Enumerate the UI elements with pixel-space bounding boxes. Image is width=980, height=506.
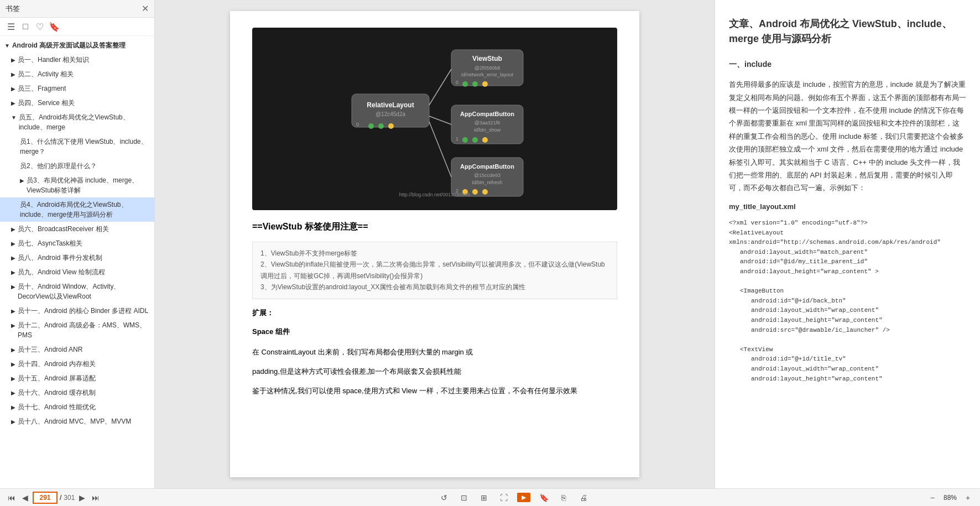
rotate-icon[interactable]: ↺ xyxy=(437,491,451,504)
tree-item-label: 员十一、Android 的核心 Binder 多进程 AIDL xyxy=(18,306,150,316)
right-filename: my_title_layout.xml xyxy=(729,200,966,213)
tree-item-label: 员十、Android Window、Activity、DecorView以及Vi… xyxy=(18,281,150,301)
sidebar-tree-item[interactable]: ▶员一、Handler 相关知识 xyxy=(0,53,154,67)
toolbar-icon-3[interactable]: ♡ xyxy=(34,21,45,32)
tree-item-label: 员九、Android View 绘制流程 xyxy=(18,267,150,277)
sidebar-tree-item[interactable]: ▶员六、BroadcastReceiver 相关 xyxy=(0,222,154,236)
sidebar-tree-item[interactable]: ▼Android 高级开发面试题以及答案整理 xyxy=(0,38,154,53)
space-section: Space 组件 xyxy=(252,327,617,337)
code-line: android:id="@+id/title_tv" xyxy=(729,354,966,364)
svg-point-14 xyxy=(472,81,478,87)
sidebar-tree-item[interactable]: 员1、什么情况下使用 ViewStub、include、merge？ xyxy=(0,134,154,159)
sidebar-tree-item[interactable]: 员4、Android布局优化之ViewStub、include、merge使用与… xyxy=(0,197,154,222)
sidebar-tree-item[interactable]: ▼员五、Android布局优化之ViewStub、include、merge xyxy=(0,110,154,134)
play-button[interactable]: ▶ xyxy=(517,493,530,502)
main-container: 书签 ✕ ☰ □ ♡ 🔖 ▼Android 高级开发面试题以及答案整理▶员一、H… xyxy=(0,0,980,488)
right-title: 文章、Android 布局优化之 ViewStub、include、merge … xyxy=(729,17,966,46)
svg-text:0: 0 xyxy=(356,122,359,127)
code-block: <?xml version="1.0" encoding="utf-8"?><R… xyxy=(729,218,966,384)
tree-item-label: 员二、Activity 相关 xyxy=(18,69,150,79)
sidebar-tree-item[interactable]: ▶员七、AsyncTask相关 xyxy=(0,236,154,251)
sidebar-tree-item[interactable]: ▶员十四、Android 内存相关 xyxy=(0,357,154,371)
tree-arrow-icon: ▶ xyxy=(11,374,15,383)
tree-item-label: 员十六、Android 缓存机制 xyxy=(18,388,150,398)
svg-text:id/btn_refresh: id/btn_refresh xyxy=(472,180,502,185)
code-line: android:layout_height="wrap_content" xyxy=(729,374,966,384)
code-line: <ImageButton xyxy=(729,286,966,296)
print-icon[interactable]: 🖨 xyxy=(577,491,590,504)
tree-item-label: 员十二、Android 高级必备：AMS、WMS、PMS xyxy=(18,320,150,340)
sidebar-tree-item[interactable]: ▶员八、Android 事件分发机制 xyxy=(0,251,154,265)
sidebar-tree-item[interactable]: ▶员十六、Android 缓存机制 xyxy=(0,385,154,400)
svg-rect-1 xyxy=(352,94,429,127)
para1: 在 ConstraintLayout 出来前，我们写布局都会使用到大量的 mar… xyxy=(252,346,617,358)
svg-text:AppCompatButton: AppCompatButton xyxy=(460,163,514,170)
sidebar-tree-item[interactable]: ▶员十五、Android 屏幕适配 xyxy=(0,371,154,385)
code-line: android:layout_height="wrap_content" xyxy=(729,316,966,326)
svg-text:AppCompatButton: AppCompatButton xyxy=(460,111,514,117)
svg-point-6 xyxy=(378,123,384,129)
fullscreen-icon[interactable]: ⛶ xyxy=(497,491,510,504)
tree-item-label: 员4、Android布局优化之ViewStub、include、merge使用与… xyxy=(20,200,150,220)
sidebar-tree-item[interactable]: ▶员3、布局优化神器 include、merge、ViewStub标签详解 xyxy=(0,173,154,197)
sidebar-tree-item[interactable]: ▶员十三、Android ANR xyxy=(0,342,154,357)
page-total: 301 xyxy=(64,494,75,502)
tree-item-label: 员3、布局优化神器 include、merge、ViewStub标签详解 xyxy=(27,175,150,195)
tree-item-label: 员十四、Android 内存相关 xyxy=(18,359,150,369)
tree-item-label: 员一、Handler 相关知识 xyxy=(18,55,150,65)
tree-item-label: 员十七、Android 性能优化 xyxy=(18,402,150,412)
copy-icon[interactable]: ⎘ xyxy=(557,491,570,504)
toolbar-icon-2[interactable]: □ xyxy=(20,21,31,32)
sidebar-title: 书签 xyxy=(6,4,20,14)
tree-arrow-icon: ▶ xyxy=(11,268,15,277)
tree-arrow-icon: ▶ xyxy=(20,176,24,185)
first-page-button[interactable]: ⏮ xyxy=(6,492,18,503)
sidebar: 书签 ✕ ☰ □ ♡ 🔖 ▼Android 高级开发面试题以及答案整理▶员一、H… xyxy=(0,0,155,488)
sidebar-tree-item[interactable]: ▶员四、Service 相关 xyxy=(0,96,154,110)
svg-point-7 xyxy=(388,123,394,129)
tree-arrow-icon: ▶ xyxy=(11,254,15,262)
tree-item-label: 员十五、Android 屏幕适配 xyxy=(18,373,150,383)
tree-item-label: 员1、什么情况下使用 ViewStub、include、merge？ xyxy=(20,137,150,157)
page-input[interactable] xyxy=(33,492,58,504)
toolbar-icon-4[interactable]: 🔖 xyxy=(49,21,60,32)
tree-arrow-icon: ▶ xyxy=(11,283,15,291)
bookmark-icon[interactable]: 🔖 xyxy=(537,491,550,504)
tree-item-label: 员五、Android布局优化之ViewStub、include、merge xyxy=(19,112,150,132)
zoom-in-icon[interactable]: + xyxy=(961,491,974,504)
bottom-right: − 88% + xyxy=(926,491,974,504)
tree-item-label: 员四、Service 相关 xyxy=(18,98,150,108)
code-line xyxy=(729,335,966,345)
code-line: android:id="@id/my_title_parent_id" xyxy=(729,257,966,267)
fit-page-icon[interactable]: ⊡ xyxy=(457,491,471,504)
page-nav: ⏮ ◀ / 301 ▶ ⏭ xyxy=(6,492,102,504)
expand-label: 扩展： xyxy=(252,309,274,317)
sidebar-tree-item[interactable]: ▶员九、Android View 绘制流程 xyxy=(0,265,154,279)
sidebar-tree-item[interactable]: ▶员十七、Android 性能优化 xyxy=(0,400,154,414)
code-line: android:layout_width="wrap_content" xyxy=(729,306,966,316)
content-area[interactable]: RelativeLayout @12c45d2a 0 ViewStub @2f0… xyxy=(155,0,715,488)
tree-item-label: Android 高级开发面试题以及答案整理 xyxy=(12,40,150,50)
tree-arrow-icon: ▶ xyxy=(11,321,15,330)
svg-text:id/btn_show: id/btn_show xyxy=(474,127,501,133)
toolbar-icon-1[interactable]: ☰ xyxy=(6,21,17,32)
last-page-button[interactable]: ⏭ xyxy=(90,492,102,503)
fit-width-icon[interactable]: ⊞ xyxy=(477,491,491,504)
prev-page-button[interactable]: ◀ xyxy=(20,492,30,503)
sidebar-tree-item[interactable]: ▶员十八、Android MVC、MVP、MVVM xyxy=(0,414,154,429)
tree-item-label: 员七、AsyncTask相关 xyxy=(18,238,150,248)
sidebar-tree-item[interactable]: ▶员十、Android Window、Activity、DecorView以及V… xyxy=(0,279,154,304)
code-line: <TextView xyxy=(729,345,966,355)
next-page-button[interactable]: ▶ xyxy=(77,492,87,503)
zoom-out-icon[interactable]: − xyxy=(926,491,939,504)
sidebar-tree-item[interactable]: 员2、他们的原理是什么？ xyxy=(0,159,154,173)
code-line: android:layout_height="wrap_content" > xyxy=(729,267,966,277)
sidebar-tree-item[interactable]: ▶员十二、Android 高级必备：AMS、WMS、PMS xyxy=(0,318,154,342)
close-icon[interactable]: ✕ xyxy=(142,3,149,14)
sidebar-tree-item[interactable]: ▶员十一、Android 的核心 Binder 多进程 AIDL xyxy=(0,304,154,318)
svg-point-30 xyxy=(472,189,478,195)
sidebar-tree-item[interactable]: ▶员二、Activity 相关 xyxy=(0,67,154,81)
svg-text:0: 0 xyxy=(456,80,458,85)
sidebar-tree-item[interactable]: ▶员三、Fragment xyxy=(0,81,154,96)
tree-arrow-icon: ▶ xyxy=(11,225,15,233)
